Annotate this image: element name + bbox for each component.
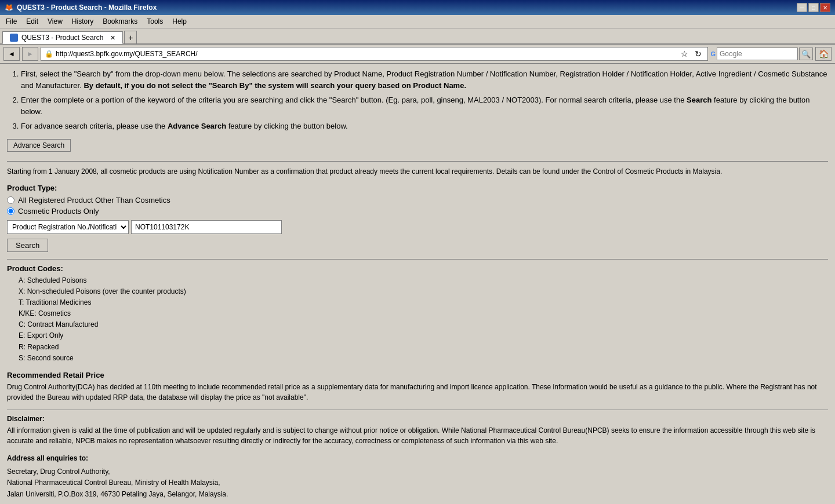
instruction-2: Enter the complete or a portion of the k… bbox=[21, 94, 828, 117]
window-title: 🦊 QUEST3 - Product Search - Mozilla Fire… bbox=[5, 3, 157, 12]
rrp-section: Recommended Retail Price Drug Control Au… bbox=[7, 371, 828, 403]
menu-edit[interactable]: Edit bbox=[23, 16, 42, 27]
menu-bar: File Edit View History Bookmarks Tools H… bbox=[0, 15, 835, 28]
page-content: First, select the "Search by" from the d… bbox=[0, 64, 835, 499]
radio-cosmetic-label: Cosmetic Products Only bbox=[18, 207, 99, 216]
window-controls[interactable]: ─ □ ✕ bbox=[797, 3, 830, 12]
google-icon: G bbox=[710, 50, 716, 57]
tab-label: QUEST3 - Product Search bbox=[21, 34, 103, 42]
radio-all-input[interactable] bbox=[7, 196, 14, 204]
minimize-button[interactable]: ─ bbox=[797, 3, 807, 12]
section-divider-2 bbox=[7, 259, 828, 260]
firefox-icon: 🦊 bbox=[5, 3, 13, 12]
rrp-title: Recommended Retail Price bbox=[7, 371, 828, 379]
product-codes-section: Product Codes: A: Scheduled Poisons X: N… bbox=[7, 264, 828, 364]
search-button[interactable]: Search bbox=[7, 239, 48, 252]
disclaimer-section: Disclaimer: All information given is val… bbox=[7, 410, 828, 446]
forward-button[interactable]: ► bbox=[22, 47, 38, 61]
radio-all-label: All Registered Product Other Than Cosmet… bbox=[18, 196, 170, 204]
code-c: C: Contract Manufactured bbox=[19, 319, 828, 330]
back-button[interactable]: ◄ bbox=[3, 47, 20, 61]
search-by-select[interactable]: Product Registration No./Notification No… bbox=[7, 220, 129, 234]
address-line-1: Secretary, Drug Control Authority, bbox=[7, 466, 828, 477]
radio-group: All Registered Product Other Than Cosmet… bbox=[7, 196, 828, 216]
home-button[interactable]: 🏠 bbox=[815, 47, 832, 61]
section-divider-1 bbox=[7, 161, 828, 162]
radio-cosmetic-input[interactable] bbox=[7, 207, 14, 215]
product-type-section: Product Type: All Registered Product Oth… bbox=[7, 184, 828, 216]
code-k: K/KE: Cosmetics bbox=[19, 308, 828, 319]
code-s: S: Second source bbox=[19, 353, 828, 364]
menu-help[interactable]: Help bbox=[169, 16, 190, 27]
code-r: R: Repacked bbox=[19, 342, 828, 353]
address-line-3: Jalan Universiti, P.O.Box 319, 46730 Pet… bbox=[7, 489, 828, 499]
product-type-label: Product Type: bbox=[7, 184, 828, 192]
window-titlebar: 🦊 QUEST3 - Product Search - Mozilla Fire… bbox=[0, 0, 835, 15]
menu-view[interactable]: View bbox=[44, 16, 66, 27]
search-keyword-input[interactable] bbox=[131, 220, 282, 234]
disclaimer-text: All information given is valid at the ti… bbox=[7, 425, 828, 446]
address-bar: ◄ ► 🔒 ☆ ↻ G 🔍 🏠 bbox=[0, 45, 835, 64]
google-search-input[interactable] bbox=[717, 48, 798, 60]
code-a: A: Scheduled Poisons bbox=[19, 275, 828, 286]
notice-text: Starting from 1 January 2008, all cosmet… bbox=[7, 166, 828, 177]
menu-history[interactable]: History bbox=[68, 16, 97, 27]
rrp-text: Drug Control Authority(DCA) has decided … bbox=[7, 382, 828, 403]
instruction-1: First, select the "Search by" from the d… bbox=[21, 68, 828, 91]
code-t: T: Traditional Medicines bbox=[19, 297, 828, 308]
new-tab-button[interactable]: + bbox=[124, 31, 137, 43]
site-icon: 🔒 bbox=[45, 50, 53, 58]
tab-close-icon[interactable]: ✕ bbox=[110, 34, 115, 42]
url-bar: 🔒 ☆ ↻ bbox=[41, 47, 708, 61]
code-e: E: Export Only bbox=[19, 330, 828, 341]
google-search-box: G 🔍 bbox=[710, 48, 813, 60]
address-line-2: National Pharmaceutical Control Bureau, … bbox=[7, 477, 828, 488]
close-button[interactable]: ✕ bbox=[820, 3, 830, 12]
refresh-button[interactable]: ↻ bbox=[692, 48, 704, 60]
code-x: X: Non-scheduled Poisons (over the count… bbox=[19, 286, 828, 297]
bookmark-star-icon[interactable]: ☆ bbox=[678, 48, 690, 60]
product-codes-label: Product Codes: bbox=[7, 264, 828, 273]
url-input[interactable] bbox=[56, 50, 676, 58]
instruction-list: First, select the "Search by" from the d… bbox=[21, 68, 828, 132]
radio-cosmetics: Cosmetic Products Only bbox=[7, 207, 828, 216]
radio-all-products: All Registered Product Other Than Cosmet… bbox=[7, 196, 828, 204]
menu-tools[interactable]: Tools bbox=[143, 16, 166, 27]
tab-icon bbox=[10, 34, 18, 42]
google-search-go-button[interactable]: 🔍 bbox=[799, 48, 813, 60]
address-section: Address all enquiries to: Secretary, Dru… bbox=[7, 453, 828, 499]
disclaimer-title: Disclaimer: bbox=[7, 415, 828, 423]
menu-bookmarks[interactable]: Bookmarks bbox=[99, 16, 141, 27]
bold-default-text: By default, if you do not select the "Se… bbox=[84, 81, 466, 90]
tab-bar: QUEST3 - Product Search ✕ + bbox=[0, 28, 835, 45]
tab-quest3[interactable]: QUEST3 - Product Search ✕ bbox=[2, 31, 123, 44]
maximize-button[interactable]: □ bbox=[808, 3, 819, 12]
search-row: Product Registration No./Notification No… bbox=[7, 220, 828, 234]
menu-file[interactable]: File bbox=[2, 16, 20, 27]
advance-search-button[interactable]: Advance Search bbox=[7, 139, 71, 152]
address-title: Address all enquiries to: bbox=[7, 453, 828, 464]
instruction-3: For advance search criteria, please use … bbox=[21, 120, 828, 132]
